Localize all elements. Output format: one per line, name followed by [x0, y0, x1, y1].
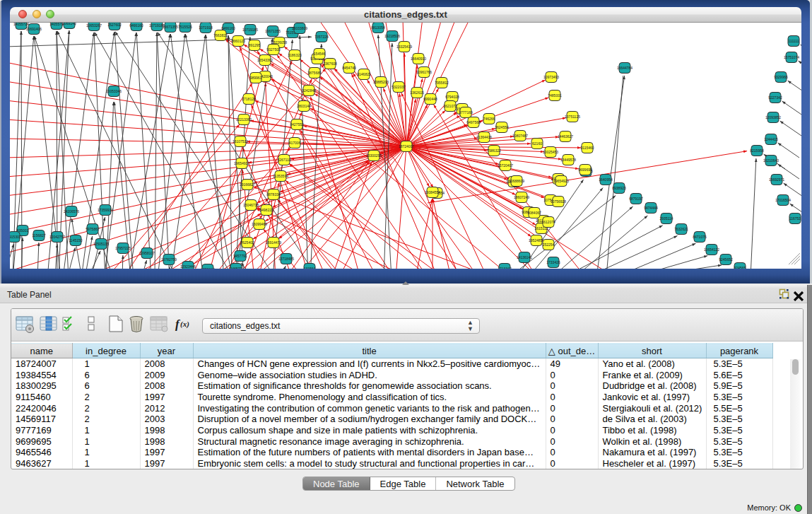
svg-text:8427552: 8427552	[290, 122, 304, 127]
svg-text:1292344: 1292344	[201, 267, 215, 269]
svg-text:6466160: 6466160	[221, 26, 235, 30]
svg-text:19654933: 19654933	[234, 161, 249, 165]
svg-text:16671355: 16671355	[265, 29, 281, 33]
svg-text:20691406: 20691406	[26, 27, 42, 31]
svg-text:8471076: 8471076	[693, 235, 707, 239]
svg-text:8813054: 8813054	[371, 25, 385, 30]
svg-text:7663822: 7663822	[213, 33, 228, 37]
svg-text:9084067: 9084067	[527, 211, 541, 215]
svg-text:17016504: 17016504	[775, 198, 791, 202]
svg-text:989961: 989961	[250, 76, 262, 80]
svg-text:10807487: 10807487	[512, 134, 528, 138]
svg-text:3267110: 3267110	[277, 158, 290, 162]
svg-text:9115460: 9115460	[580, 146, 594, 150]
svg-text:23300295: 23300295	[366, 153, 382, 158]
svg-text:1612074: 1612074	[541, 220, 555, 224]
svg-text:19654923: 19654923	[553, 179, 569, 183]
svg-text:15751074: 15751074	[784, 55, 799, 59]
svg-text:746266: 746266	[483, 117, 495, 121]
svg-text:13226058: 13226058	[271, 40, 287, 45]
svg-text:19166827: 19166827	[240, 182, 255, 187]
svg-text:13718485: 13718485	[278, 257, 294, 261]
svg-text:6990448: 6990448	[423, 97, 437, 101]
svg-text:16671355: 16671355	[163, 25, 178, 29]
svg-text:62160: 62160	[532, 141, 542, 146]
svg-text:417006: 417006	[289, 141, 301, 145]
svg-text:12042757: 12042757	[49, 235, 65, 239]
svg-text:10756928: 10756928	[551, 199, 566, 204]
svg-text:13751125: 13751125	[565, 115, 580, 119]
svg-text:924565: 924565	[734, 266, 746, 269]
svg-text:8660123: 8660123	[231, 39, 245, 43]
svg-text:9146821: 9146821	[357, 72, 371, 76]
svg-text:17359934: 17359934	[98, 208, 113, 212]
svg-text:18724007: 18724007	[399, 144, 414, 148]
svg-text:946577: 946577	[230, 267, 242, 269]
svg-text:7515526: 7515526	[178, 25, 192, 29]
svg-text:2069140: 2069140	[62, 23, 76, 25]
svg-text:9327503: 9327503	[266, 47, 281, 52]
svg-text:14055724: 14055724	[13, 23, 29, 26]
svg-text:15046738: 15046738	[243, 203, 259, 207]
svg-text:10719185: 10719185	[242, 28, 258, 32]
svg-text:7625402: 7625402	[240, 240, 254, 245]
svg-text:2935114: 2935114	[659, 216, 673, 221]
svg-text:16644784: 16644784	[617, 66, 632, 70]
svg-text:16914479: 16914479	[266, 240, 281, 245]
svg-text:20053346: 20053346	[106, 89, 122, 93]
svg-text:13449578: 13449578	[560, 158, 576, 162]
svg-text:1621072: 1621072	[443, 104, 457, 108]
svg-text:3875685: 3875685	[307, 71, 322, 75]
svg-text:(x): (x)	[180, 320, 189, 329]
svg-text:8215958: 8215958	[750, 148, 764, 153]
svg-text:17957225: 17957225	[115, 246, 131, 250]
svg-text:9699695: 9699695	[578, 168, 592, 172]
svg-text:1405571: 1405571	[49, 23, 64, 26]
svg-text:16210643: 16210643	[763, 158, 779, 163]
svg-text:10958107: 10958107	[139, 251, 155, 255]
svg-text:9777169: 9777169	[459, 110, 473, 115]
svg-text:6497568: 6497568	[466, 120, 481, 124]
svg-text:116753: 116753	[789, 216, 801, 221]
svg-text:12213363: 12213363	[236, 117, 252, 122]
svg-text:16782759: 16782759	[161, 257, 177, 262]
svg-text:1156827: 1156827	[32, 233, 45, 238]
svg-text:2803144: 2803144	[297, 104, 311, 108]
svg-text:8938923: 8938923	[612, 186, 626, 190]
svg-text:16099469: 16099469	[252, 222, 267, 226]
svg-text:6466160: 6466160	[129, 23, 143, 28]
svg-text:1145150: 1145150	[69, 238, 82, 243]
svg-text:7485001: 7485001	[548, 93, 562, 98]
svg-text:7632621: 7632621	[674, 227, 688, 231]
svg-text:131564: 131564	[304, 267, 316, 269]
svg-text:16543362: 16543362	[257, 58, 273, 62]
svg-text:10961766: 10961766	[416, 70, 432, 74]
svg-text:891295: 891295	[249, 43, 261, 47]
svg-text:11353594: 11353594	[273, 174, 288, 178]
svg-text:3186323: 3186323	[288, 53, 302, 57]
svg-text:7357224: 7357224	[314, 35, 329, 39]
svg-text:1527602: 1527602	[107, 23, 122, 27]
svg-text:19384554: 19384554	[425, 190, 440, 194]
svg-text:13325419: 13325419	[396, 45, 412, 49]
svg-text:9474444: 9474444	[644, 206, 658, 210]
svg-text:9457791: 9457791	[233, 254, 247, 258]
svg-text:9329966: 9329966	[774, 75, 788, 79]
svg-text:7986322: 7986322	[487, 148, 501, 153]
svg-text:9245652: 9245652	[719, 257, 733, 262]
svg-text:15692971: 15692971	[769, 177, 784, 182]
svg-text:6879197: 6879197	[629, 197, 643, 201]
svg-text:5498222: 5498222	[259, 208, 273, 212]
svg-text:21364436: 21364436	[476, 135, 492, 139]
svg-text:19218506: 19218506	[384, 34, 400, 38]
svg-text:16640910: 16640910	[411, 57, 426, 61]
svg-text:16107532: 16107532	[233, 139, 248, 144]
svg-text:18607249: 18607249	[514, 195, 529, 199]
svg-text:12505135: 12505135	[93, 242, 109, 246]
svg-text:14136141: 14136141	[517, 255, 532, 259]
svg-text:5322037: 5322037	[392, 85, 406, 89]
svg-text:9227342: 9227342	[768, 95, 782, 100]
svg-text:8878334: 8878334	[266, 192, 281, 197]
svg-text:154546: 154546	[314, 52, 326, 56]
svg-text:15720407: 15720407	[498, 163, 513, 168]
